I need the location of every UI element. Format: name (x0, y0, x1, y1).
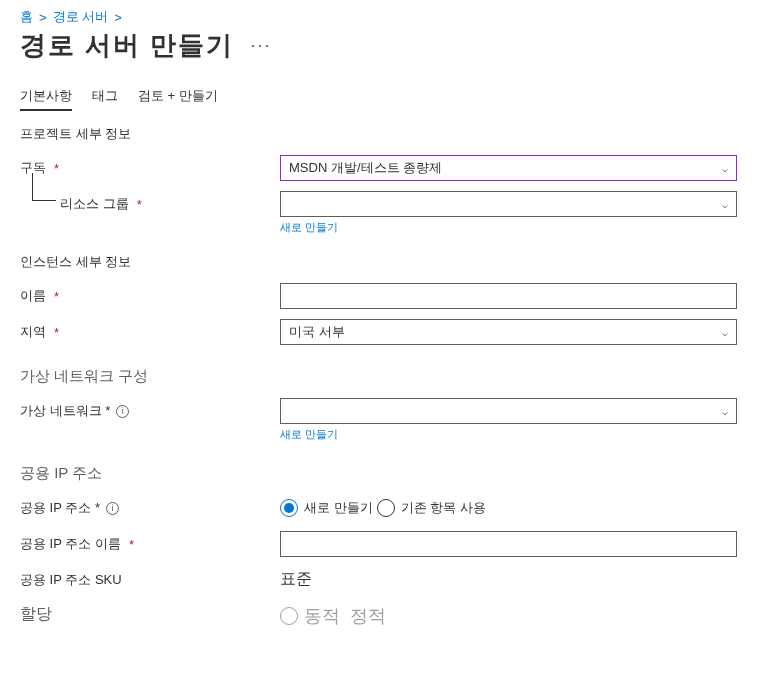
row-subscription: 구독 * MSDN 개발/테스트 종량제 ⌵ (20, 155, 737, 181)
radio-static: 정적 (350, 604, 386, 628)
breadcrumb-separator: > (39, 10, 47, 25)
tab-tags[interactable]: 태그 (92, 87, 118, 111)
label-public-ip-sku: 공용 IP 주소 SKU (20, 567, 280, 589)
label-subscription: 구독 * (20, 155, 280, 177)
radio-use-existing[interactable]: 기존 항목 사용 (377, 499, 486, 517)
required-indicator: * (54, 325, 59, 340)
row-resource-group: 리소스 그룹 * ⌵ 새로 만들기 (20, 191, 737, 235)
chevron-down-icon: ⌵ (722, 327, 728, 338)
public-ip-radio-group: 새로 만들기 기존 항목 사용 (280, 495, 737, 517)
row-public-ip: 공용 IP 주소 * i 새로 만들기 기존 항목 사용 (20, 495, 737, 517)
assignment-radio-group: 동적 정적 (280, 600, 737, 628)
name-input[interactable] (280, 283, 737, 309)
more-actions-icon[interactable]: ··· (250, 35, 271, 56)
label-public-ip-name: 공용 IP 주소 이름 * (20, 531, 280, 553)
chevron-down-icon: ⌵ (722, 406, 728, 417)
section-project-details: 프로젝트 세부 정보 (20, 125, 737, 143)
create-new-resource-group-link[interactable]: 새로 만들기 (280, 220, 338, 235)
tab-review-create[interactable]: 검토 + 만들기 (138, 87, 218, 111)
radio-circle-icon (377, 499, 395, 517)
label-name: 이름 * (20, 283, 280, 305)
chevron-down-icon: ⌵ (722, 163, 728, 174)
public-ip-sku-value: 표준 (280, 567, 737, 590)
label-vnet: 가상 네트워크 * i (20, 398, 280, 420)
breadcrumb-home[interactable]: 홈 (20, 8, 33, 26)
vnet-select[interactable]: ⌵ (280, 398, 737, 424)
breadcrumb-route-server[interactable]: 경로 서버 (53, 8, 109, 26)
row-public-ip-sku: 공용 IP 주소 SKU 표준 (20, 567, 737, 590)
required-indicator: * (129, 537, 134, 552)
info-icon[interactable]: i (106, 502, 119, 515)
page-title-row: 경로 서버 만들기 ··· (20, 28, 737, 63)
label-resource-group: 리소스 그룹 * (20, 191, 280, 213)
label-region: 지역 * (20, 319, 280, 341)
section-public-ip: 공용 IP 주소 (20, 464, 737, 483)
create-new-vnet-link[interactable]: 새로 만들기 (280, 427, 338, 442)
radio-create-new[interactable]: 새로 만들기 (280, 499, 373, 517)
row-public-ip-name: 공용 IP 주소 이름 * (20, 531, 737, 557)
breadcrumb: 홈 > 경로 서버 > (20, 8, 737, 26)
tab-basic[interactable]: 기본사항 (20, 87, 72, 111)
required-indicator: * (137, 197, 142, 212)
tabs: 기본사항 태그 검토 + 만들기 (20, 87, 737, 111)
public-ip-name-input[interactable] (280, 531, 737, 557)
radio-circle-icon (280, 607, 298, 625)
row-region: 지역 * 미국 서부 ⌵ (20, 319, 737, 345)
resource-group-select[interactable]: ⌵ (280, 191, 737, 217)
radio-circle-icon (280, 499, 298, 517)
label-public-ip: 공용 IP 주소 * i (20, 495, 280, 517)
section-vnet-config: 가상 네트워크 구성 (20, 367, 737, 386)
page-title: 경로 서버 만들기 (20, 28, 234, 63)
row-name: 이름 * (20, 283, 737, 309)
section-instance-details: 인스턴스 세부 정보 (20, 253, 737, 271)
label-assignment: 할당 (20, 600, 280, 625)
info-icon[interactable]: i (116, 405, 129, 418)
chevron-down-icon: ⌵ (722, 199, 728, 210)
region-select[interactable]: 미국 서부 ⌵ (280, 319, 737, 345)
row-assignment: 할당 동적 정적 (20, 600, 737, 628)
subscription-select[interactable]: MSDN 개발/테스트 종량제 ⌵ (280, 155, 737, 181)
radio-dynamic: 동적 (280, 604, 340, 628)
indent-connector (32, 173, 56, 201)
row-vnet: 가상 네트워크 * i ⌵ 새로 만들기 (20, 398, 737, 442)
breadcrumb-separator: > (114, 10, 122, 25)
required-indicator: * (54, 289, 59, 304)
